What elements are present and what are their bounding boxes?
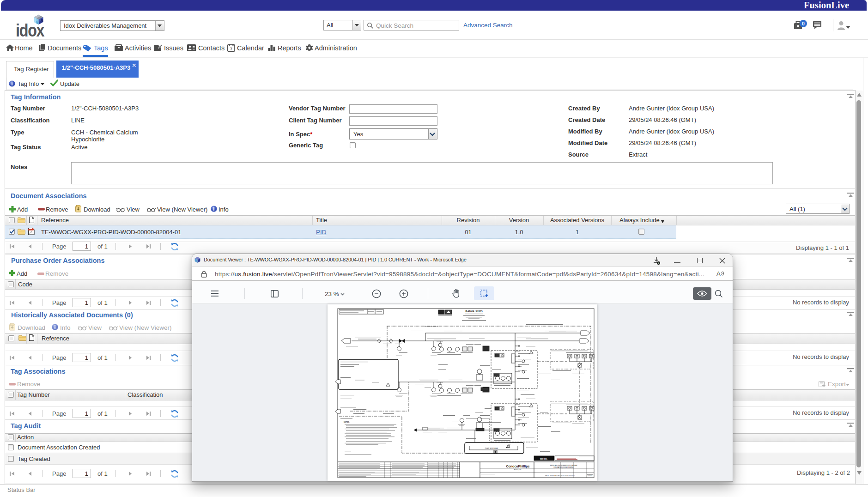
svg-text:FIRE WATER (JOCKEY PUMPS): FIRE WATER (JOCKEY PUMPS) (554, 467, 574, 468)
svg-text:7: 7 (230, 47, 232, 51)
svg-text:PUMP SKID DRAIN: PUMP SKID DRAIN (485, 448, 498, 449)
svg-text:WPOC-WGXX-PRO-PID-WOD-00000-82: WPOC-WGXX-PRO-PID-WOD-00000-82004-01 (545, 475, 575, 477)
svg-text:A: A (716, 270, 721, 277)
svg-text:ConocoPhillips: ConocoPhillips (506, 465, 530, 468)
svg-text:01 of 02: 01 of 02 (588, 475, 593, 477)
svg-text:NOTES:: NOTES: (344, 421, 350, 423)
svg-text:Alaska, Inc.: Alaska, Inc. (514, 469, 522, 471)
svg-text:wood.: wood. (540, 457, 547, 460)
svg-text:P-92604 / 92605: P-92604 / 92605 (466, 310, 483, 313)
